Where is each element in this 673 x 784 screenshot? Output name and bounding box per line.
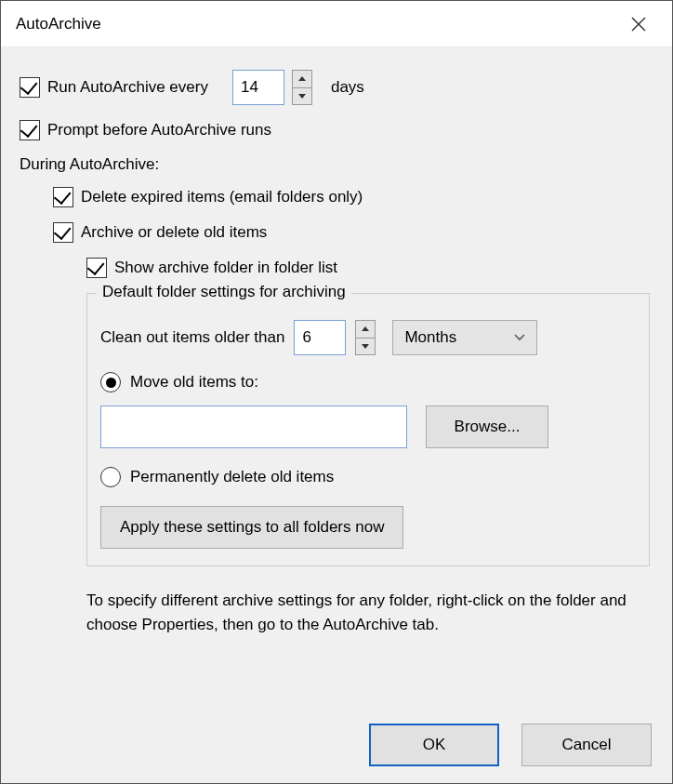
- svg-marker-5: [362, 344, 369, 349]
- unit-select[interactable]: Months: [392, 320, 537, 355]
- delete-radio-label: Permanently delete old items: [130, 468, 334, 486]
- ok-button[interactable]: OK: [369, 724, 499, 766]
- delete-radio-row: Permanently delete old items: [100, 467, 636, 487]
- path-row: Browse...: [100, 405, 636, 448]
- svg-marker-4: [362, 326, 369, 331]
- clean-out-spinner: [355, 320, 376, 355]
- archive-delete-row: Archive or delete old items: [20, 222, 653, 243]
- clean-out-spinner-down[interactable]: [355, 338, 376, 356]
- run-every-spinner-down[interactable]: [292, 87, 312, 106]
- fieldset-legend: Default folder settings for archiving: [97, 283, 351, 301]
- run-every-label-prefix: Run AutoArchive every: [47, 78, 208, 97]
- during-label: During AutoArchive:: [20, 155, 653, 174]
- delete-expired-row: Delete expired items (email folders only…: [20, 187, 653, 207]
- cancel-button[interactable]: Cancel: [521, 724, 652, 766]
- show-folder-checkbox[interactable]: [86, 258, 107, 278]
- run-every-row: Run AutoArchive every days: [20, 70, 653, 105]
- show-folder-label: Show archive folder in folder list: [114, 259, 337, 277]
- run-every-checkbox[interactable]: [20, 77, 40, 98]
- clean-out-row: Clean out items older than Months: [100, 320, 636, 355]
- run-every-input[interactable]: [232, 70, 284, 105]
- default-folder-fieldset: Default folder settings for archiving Cl…: [86, 293, 650, 566]
- move-radio-row: Move old items to:: [100, 372, 636, 392]
- show-folder-row: Show archive folder in folder list: [20, 258, 653, 278]
- dialog-title: AutoArchive: [16, 15, 101, 33]
- prompt-row: Prompt before AutoArchive runs: [20, 120, 653, 140]
- archive-delete-checkbox[interactable]: [53, 222, 73, 243]
- close-icon: [630, 16, 647, 33]
- clean-out-label: Clean out items older than: [100, 328, 284, 347]
- run-every-label-suffix: days: [331, 78, 364, 97]
- apply-button[interactable]: Apply these settings to all folders now: [100, 506, 403, 549]
- chevron-down-icon: [514, 334, 525, 341]
- move-radio[interactable]: [100, 372, 121, 392]
- close-button[interactable]: [620, 6, 657, 43]
- autoarchive-dialog: AutoArchive Run AutoArchive every days P…: [0, 0, 673, 784]
- svg-marker-3: [298, 94, 306, 99]
- help-text: To specify different archive settings fo…: [86, 589, 646, 638]
- delete-expired-checkbox[interactable]: [53, 187, 73, 207]
- prompt-label: Prompt before AutoArchive runs: [47, 121, 271, 140]
- delete-expired-label: Delete expired items (email folders only…: [81, 188, 363, 206]
- browse-button[interactable]: Browse...: [426, 405, 548, 448]
- archive-delete-label: Archive or delete old items: [81, 223, 267, 242]
- dialog-footer: OK Cancel: [369, 724, 652, 766]
- dialog-content: Run AutoArchive every days Prompt before…: [1, 47, 672, 647]
- run-every-spinner: [292, 70, 312, 105]
- titlebar: AutoArchive: [1, 1, 672, 47]
- path-input[interactable]: [100, 405, 407, 448]
- svg-marker-2: [298, 76, 306, 81]
- move-radio-label: Move old items to:: [130, 373, 258, 392]
- prompt-checkbox[interactable]: [20, 120, 40, 140]
- run-every-spinner-up[interactable]: [292, 70, 312, 87]
- delete-radio[interactable]: [100, 467, 121, 487]
- clean-out-spinner-up[interactable]: [355, 320, 376, 338]
- unit-select-value: Months: [404, 328, 456, 347]
- clean-out-input[interactable]: [294, 320, 346, 355]
